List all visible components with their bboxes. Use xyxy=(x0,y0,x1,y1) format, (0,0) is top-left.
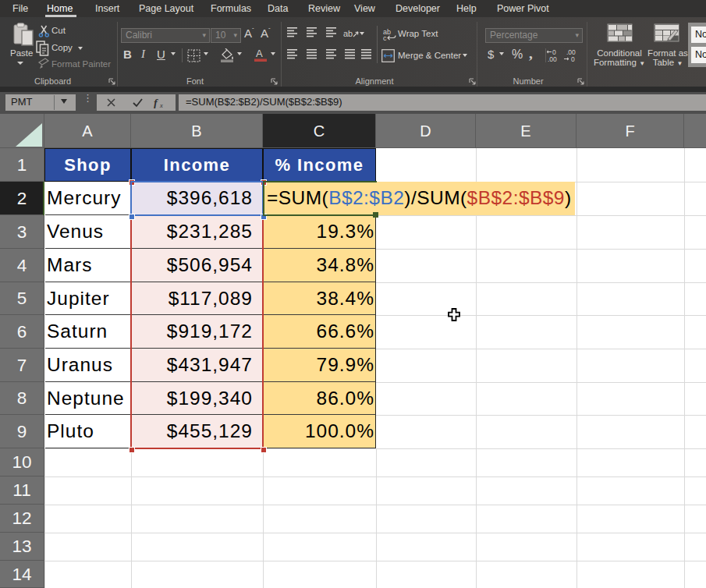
svg-text:x: x xyxy=(159,101,163,108)
svg-text:f: f xyxy=(154,97,158,108)
svg-text:0: 0 xyxy=(571,55,575,62)
svg-text:ab: ab xyxy=(343,29,353,38)
svg-text:A: A xyxy=(256,48,263,59)
svg-text:.00: .00 xyxy=(548,55,557,62)
svg-text:c: c xyxy=(383,34,387,41)
